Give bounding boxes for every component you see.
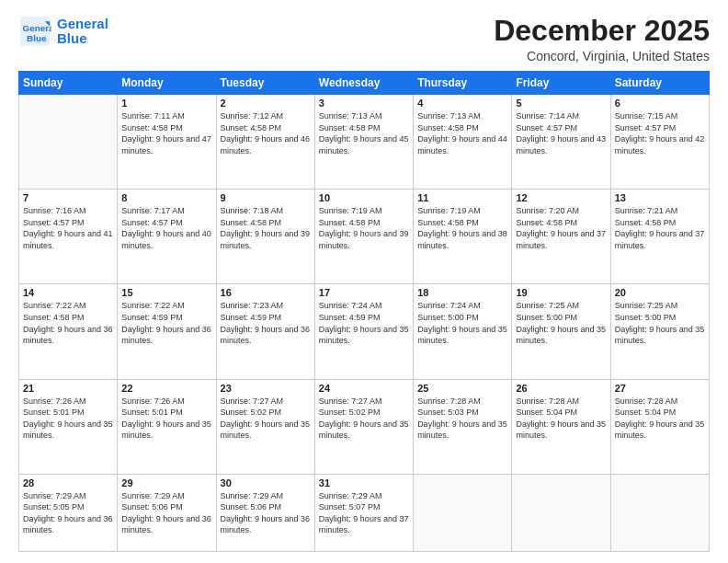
weekday-header-row: SundayMondayTuesdayWednesdayThursdayFrid… [19, 72, 710, 95]
calendar-cell: 26Sunrise: 7:28 AMSunset: 5:04 PMDayligh… [512, 379, 610, 474]
calendar-cell: 27Sunrise: 7:28 AMSunset: 5:04 PMDayligh… [610, 379, 709, 474]
day-info: Sunrise: 7:13 AMSunset: 4:58 PMDaylight:… [417, 110, 507, 156]
day-number: 24 [319, 383, 409, 394]
calendar-cell: 8Sunrise: 7:17 AMSunset: 4:57 PMDaylight… [118, 190, 216, 284]
day-info: Sunrise: 7:12 AMSunset: 4:58 PMDaylight:… [221, 110, 311, 156]
day-number: 15 [121, 287, 211, 298]
calendar-cell: 2Sunrise: 7:12 AMSunset: 4:58 PMDaylight… [216, 95, 314, 190]
day-info: Sunrise: 7:22 AMSunset: 4:58 PMDaylight:… [23, 300, 113, 346]
calendar-table: SundayMondayTuesdayWednesdayThursdayFrid… [18, 71, 710, 552]
day-number: 8 [121, 192, 211, 203]
calendar-cell: 4Sunrise: 7:13 AMSunset: 4:58 PMDaylight… [414, 95, 512, 190]
weekday-header-sunday: Sunday [19, 72, 118, 95]
logo-text-line1: General [57, 17, 108, 32]
calendar-cell: 1Sunrise: 7:11 AMSunset: 4:58 PMDaylight… [118, 95, 216, 190]
day-info: Sunrise: 7:27 AMSunset: 5:02 PMDaylight:… [221, 396, 311, 442]
calendar-cell: 17Sunrise: 7:24 AMSunset: 4:59 PMDayligh… [314, 284, 413, 379]
day-number: 27 [615, 383, 705, 394]
logo-icon: General Blue [18, 15, 51, 48]
day-info: Sunrise: 7:29 AMSunset: 5:06 PMDaylight:… [121, 490, 211, 536]
calendar-cell: 11Sunrise: 7:19 AMSunset: 4:58 PMDayligh… [414, 190, 512, 284]
day-info: Sunrise: 7:19 AMSunset: 4:58 PMDaylight:… [417, 205, 507, 251]
day-number: 28 [23, 477, 113, 488]
day-info: Sunrise: 7:28 AMSunset: 5:04 PMDaylight:… [516, 396, 606, 442]
day-info: Sunrise: 7:19 AMSunset: 4:58 PMDaylight:… [319, 205, 409, 251]
day-number: 10 [319, 192, 409, 203]
day-number: 4 [417, 98, 507, 109]
day-info: Sunrise: 7:24 AMSunset: 5:00 PMDaylight:… [417, 300, 507, 346]
day-info: Sunrise: 7:24 AMSunset: 4:59 PMDaylight:… [319, 300, 409, 346]
day-number: 1 [121, 98, 211, 109]
weekday-header-friday: Friday [512, 72, 610, 95]
calendar-cell: 29Sunrise: 7:29 AMSunset: 5:06 PMDayligh… [118, 474, 216, 551]
day-number: 12 [516, 192, 606, 203]
header: General Blue General Blue December 2025 … [18, 15, 710, 63]
day-info: Sunrise: 7:29 AMSunset: 5:05 PMDaylight:… [23, 490, 113, 536]
calendar-cell: 10Sunrise: 7:19 AMSunset: 4:58 PMDayligh… [314, 190, 413, 284]
calendar-cell: 7Sunrise: 7:16 AMSunset: 4:57 PMDaylight… [19, 190, 118, 284]
day-info: Sunrise: 7:25 AMSunset: 5:00 PMDaylight:… [615, 300, 705, 346]
day-number: 13 [615, 192, 705, 203]
calendar-cell: 22Sunrise: 7:26 AMSunset: 5:01 PMDayligh… [118, 379, 216, 474]
logo: General Blue General Blue [18, 15, 108, 48]
day-number: 16 [221, 287, 311, 298]
day-info: Sunrise: 7:16 AMSunset: 4:57 PMDaylight:… [23, 205, 113, 251]
calendar-cell: 30Sunrise: 7:29 AMSunset: 5:06 PMDayligh… [216, 474, 314, 551]
calendar-cell: 24Sunrise: 7:27 AMSunset: 5:02 PMDayligh… [314, 379, 413, 474]
day-number: 11 [417, 192, 507, 203]
day-number: 3 [319, 98, 409, 109]
day-number: 25 [417, 383, 507, 394]
day-number: 5 [516, 98, 606, 109]
logo-text-line2: Blue [57, 31, 108, 47]
day-number: 18 [417, 287, 507, 298]
day-info: Sunrise: 7:15 AMSunset: 4:57 PMDaylight:… [615, 110, 705, 156]
day-info: Sunrise: 7:23 AMSunset: 4:59 PMDaylight:… [221, 300, 311, 346]
calendar-cell: 15Sunrise: 7:22 AMSunset: 4:59 PMDayligh… [118, 284, 216, 379]
day-number: 7 [23, 192, 113, 203]
weekday-header-tuesday: Tuesday [216, 72, 314, 95]
svg-text:Blue: Blue [27, 33, 47, 43]
calendar-cell: 13Sunrise: 7:21 AMSunset: 4:58 PMDayligh… [610, 190, 709, 284]
day-info: Sunrise: 7:26 AMSunset: 5:01 PMDaylight:… [23, 396, 113, 442]
calendar-cell: 5Sunrise: 7:14 AMSunset: 4:57 PMDaylight… [512, 95, 610, 190]
day-number: 14 [23, 287, 113, 298]
day-number: 30 [221, 477, 311, 488]
day-info: Sunrise: 7:11 AMSunset: 4:58 PMDaylight:… [121, 110, 211, 156]
calendar-cell: 6Sunrise: 7:15 AMSunset: 4:57 PMDaylight… [610, 95, 709, 190]
day-info: Sunrise: 7:18 AMSunset: 4:58 PMDaylight:… [221, 205, 311, 251]
day-number: 2 [221, 98, 311, 109]
day-info: Sunrise: 7:28 AMSunset: 5:04 PMDaylight:… [615, 396, 705, 442]
day-number: 19 [516, 287, 606, 298]
day-info: Sunrise: 7:17 AMSunset: 4:57 PMDaylight:… [121, 205, 211, 251]
day-number: 29 [121, 477, 211, 488]
calendar-cell [512, 474, 610, 551]
day-info: Sunrise: 7:28 AMSunset: 5:03 PMDaylight:… [417, 396, 507, 442]
day-info: Sunrise: 7:27 AMSunset: 5:02 PMDaylight:… [319, 396, 409, 442]
weekday-header-monday: Monday [118, 72, 216, 95]
day-number: 20 [615, 287, 705, 298]
day-info: Sunrise: 7:22 AMSunset: 4:59 PMDaylight:… [121, 300, 211, 346]
calendar-cell [610, 474, 709, 551]
day-number: 21 [23, 383, 113, 394]
calendar-cell: 19Sunrise: 7:25 AMSunset: 5:00 PMDayligh… [512, 284, 610, 379]
calendar-cell: 25Sunrise: 7:28 AMSunset: 5:03 PMDayligh… [414, 379, 512, 474]
day-info: Sunrise: 7:20 AMSunset: 4:58 PMDaylight:… [516, 205, 606, 251]
weekday-header-saturday: Saturday [610, 72, 709, 95]
day-number: 26 [516, 383, 606, 394]
calendar-subtitle: Concord, Virginia, United States [494, 49, 710, 63]
weekday-header-wednesday: Wednesday [314, 72, 413, 95]
weekday-header-thursday: Thursday [414, 72, 512, 95]
day-info: Sunrise: 7:21 AMSunset: 4:58 PMDaylight:… [615, 205, 705, 251]
day-info: Sunrise: 7:29 AMSunset: 5:07 PMDaylight:… [319, 490, 409, 536]
title-block: December 2025 Concord, Virginia, United … [494, 15, 710, 63]
calendar-cell: 23Sunrise: 7:27 AMSunset: 5:02 PMDayligh… [216, 379, 314, 474]
day-number: 6 [615, 98, 705, 109]
calendar-cell: 21Sunrise: 7:26 AMSunset: 5:01 PMDayligh… [19, 379, 118, 474]
calendar-cell: 14Sunrise: 7:22 AMSunset: 4:58 PMDayligh… [19, 284, 118, 379]
svg-text:General: General [23, 23, 52, 33]
day-number: 9 [221, 192, 311, 203]
day-info: Sunrise: 7:14 AMSunset: 4:57 PMDaylight:… [516, 110, 606, 156]
calendar-cell: 9Sunrise: 7:18 AMSunset: 4:58 PMDaylight… [216, 190, 314, 284]
calendar-cell: 20Sunrise: 7:25 AMSunset: 5:00 PMDayligh… [610, 284, 709, 379]
day-number: 31 [319, 477, 409, 488]
